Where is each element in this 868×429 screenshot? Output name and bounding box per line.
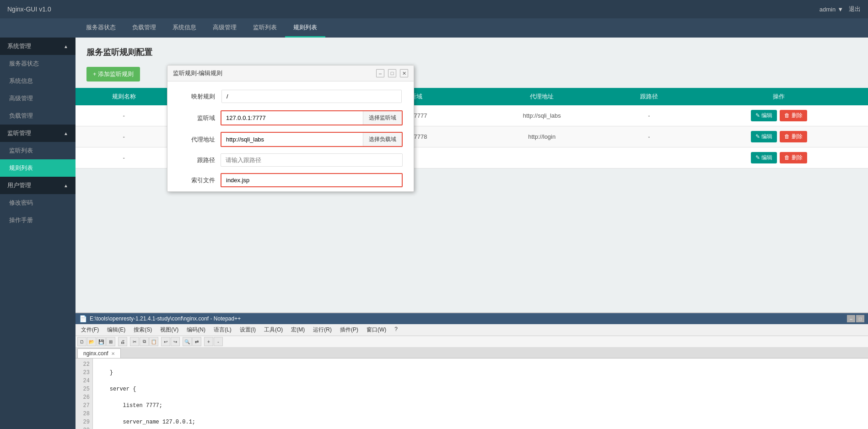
menu-edit[interactable]: 编辑(E) xyxy=(103,325,129,335)
menu-run[interactable]: 运行(R) xyxy=(309,325,335,335)
sidebar-group-user-label: 用户管理 xyxy=(7,181,31,190)
nav-item-listen-list[interactable]: 监听列表 xyxy=(245,19,285,38)
menu-search[interactable]: 搜索(S) xyxy=(130,325,156,335)
line-num: 30 xyxy=(78,426,90,429)
notepad-maximize-button[interactable]: □ xyxy=(856,315,864,322)
notepad-editor: 22 23 24 25 26 27 28 29 30 31 } server {… xyxy=(75,358,868,429)
modal-root-input[interactable] xyxy=(221,153,403,167)
col-header-root: 跟路径 xyxy=(608,88,690,105)
edit-button-2[interactable]: ✎ 编辑 xyxy=(751,152,777,163)
toolbar-zoom-out[interactable]: - xyxy=(214,337,223,346)
menu-settings[interactable]: 设置(I) xyxy=(236,325,259,335)
nav-item-load-mgmt[interactable]: 负载管理 xyxy=(124,19,164,38)
edit-rule-modal: 监听规则-编辑规则 – □ ✕ 映射规则 监听域 xyxy=(167,65,414,192)
modal-close-button[interactable]: ✕ xyxy=(400,69,408,77)
admin-dropdown[interactable]: admin ▼ xyxy=(819,6,843,13)
notepad-tabs: nginx.conf ✕ xyxy=(75,348,868,358)
sidebar-item-change-password[interactable]: 修改密码 xyxy=(0,194,75,212)
menu-plugins[interactable]: 插件(P) xyxy=(336,325,362,335)
nav-item-server-status[interactable]: 服务器状态 xyxy=(78,19,124,38)
toolbar-paste[interactable]: 📋 xyxy=(149,337,158,346)
modal-listen-label: 监听域 xyxy=(178,114,215,122)
line-numbers: 22 23 24 25 26 27 28 29 30 31 xyxy=(75,358,93,429)
sidebar-item-server-status[interactable]: 服务器状态 xyxy=(0,55,75,72)
sidebar-item-manual[interactable]: 操作手册 xyxy=(0,212,75,229)
edit-button-1[interactable]: ✎ 编辑 xyxy=(751,131,777,142)
code-content: } server { listen 7777; server_name 127.… xyxy=(93,358,868,429)
tab-close-icon[interactable]: ✕ xyxy=(111,351,115,356)
col-header-action: 操作 xyxy=(690,88,868,105)
modal-row-index: 索引文件 xyxy=(178,173,403,187)
cell-proxy: http://sqli_labs xyxy=(475,105,608,126)
notepad-tab-nginx-conf[interactable]: nginx.conf ✕ xyxy=(77,348,121,358)
toolbar-save[interactable]: 💾 xyxy=(97,337,106,346)
chevron-up-icon: ▲ xyxy=(64,44,68,49)
toolbar-saveall[interactable]: ⊞ xyxy=(106,337,115,346)
notepad-toolbar: 🗋 📂 💾 ⊞ 🖨 ✂ ⧉ 📋 ↩ ↪ 🔍 ⇄ + - xyxy=(75,336,868,348)
menu-window[interactable]: 窗口(W) xyxy=(363,325,390,335)
modal-index-label: 索引文件 xyxy=(178,176,215,185)
modal-index-input[interactable] xyxy=(221,174,402,186)
sidebar-group-user[interactable]: 用户管理 ▲ xyxy=(0,177,75,194)
notepad-minimize-button[interactable]: – xyxy=(847,315,855,322)
toolbar-undo[interactable]: ↩ xyxy=(161,337,170,346)
chevron-up-icon-2: ▲ xyxy=(64,131,68,136)
delete-button-1[interactable]: 🗑 删除 xyxy=(780,131,807,142)
modal-minimize-button[interactable]: – xyxy=(376,69,384,77)
menu-view[interactable]: 视图(V) xyxy=(156,325,182,335)
code-line-23: server { xyxy=(97,385,864,393)
sidebar-item-advanced[interactable]: 高级管理 xyxy=(0,90,75,107)
menu-macro[interactable]: 宏(M) xyxy=(287,325,308,335)
toolbar-print[interactable]: 🖨 xyxy=(118,337,127,346)
toolbar-find[interactable]: 🔍 xyxy=(183,337,192,346)
nav-item-advanced[interactable]: 高级管理 xyxy=(205,19,245,38)
delete-button-2[interactable]: 🗑 删除 xyxy=(780,152,807,163)
logout-button[interactable]: 退出 xyxy=(849,5,861,13)
cell-root: - xyxy=(608,105,690,126)
sidebar-group-system[interactable]: 系统管理 ▲ xyxy=(0,38,75,55)
menu-encode[interactable]: 编码(N) xyxy=(183,325,209,335)
menu-tools[interactable]: 工具(O) xyxy=(260,325,286,335)
nav-item-rule-list[interactable]: 规则列表 xyxy=(285,19,325,38)
cell-name: - xyxy=(75,126,172,147)
notepad-titlebar-left: 📄 E:\tools\openresty-1.21.4.1-study\conf… xyxy=(79,315,241,322)
menu-help[interactable]: ? xyxy=(391,325,401,335)
line-num: 25 xyxy=(78,385,90,393)
modal-listen-input[interactable] xyxy=(221,112,363,124)
cell-name: - xyxy=(75,105,172,126)
toolbar-replace[interactable]: ⇄ xyxy=(192,337,201,346)
sidebar: 系统管理 ▲ 服务器状态 系统信息 高级管理 负载管理 监听管理 ▲ 监听列表 … xyxy=(0,38,75,429)
toolbar-cut[interactable]: ✂ xyxy=(130,337,139,346)
toolbar-new[interactable]: 🗋 xyxy=(77,337,86,346)
modal-listen-select-button[interactable]: 选择监听域 xyxy=(363,111,402,125)
line-num: 27 xyxy=(78,402,90,410)
toolbar-copy[interactable]: ⧉ xyxy=(140,337,149,346)
admin-label: admin xyxy=(819,6,836,13)
toolbar-zoom-in[interactable]: + xyxy=(204,337,213,346)
menu-language[interactable]: 语言(L) xyxy=(210,325,235,335)
col-header-name: 规则名称 xyxy=(75,88,172,105)
line-num: 26 xyxy=(78,393,90,402)
add-rule-button[interactable]: + 添加监听规则 xyxy=(86,67,140,81)
modal-mapping-input[interactable] xyxy=(221,90,402,103)
modal-maximize-button[interactable]: □ xyxy=(388,69,396,77)
delete-button-0[interactable]: 🗑 删除 xyxy=(780,110,807,121)
nav-item-sys-info[interactable]: 系统信息 xyxy=(164,19,205,38)
sidebar-item-load-mgmt[interactable]: 负载管理 xyxy=(0,107,75,125)
cell-proxy xyxy=(475,147,608,168)
menu-file[interactable]: 文件(F) xyxy=(77,325,102,335)
modal-proxy-select-button[interactable]: 选择负载域 xyxy=(363,133,402,146)
modal-proxy-input[interactable] xyxy=(221,133,363,146)
notepad-icon: 📄 xyxy=(79,315,87,322)
edit-button-0[interactable]: ✎ 编辑 xyxy=(751,110,777,121)
line-num: 29 xyxy=(78,418,90,426)
sidebar-group-monitor[interactable]: 监听管理 ▲ xyxy=(0,125,75,142)
modal-root-label: 跟路径 xyxy=(178,156,215,164)
sidebar-item-listen-list[interactable]: 监听列表 xyxy=(0,142,75,159)
line-num: 28 xyxy=(78,410,90,418)
cell-proxy: http://login xyxy=(475,126,608,147)
toolbar-redo[interactable]: ↪ xyxy=(171,337,180,346)
toolbar-open[interactable]: 📂 xyxy=(87,337,96,346)
sidebar-item-sys-info[interactable]: 系统信息 xyxy=(0,72,75,90)
sidebar-item-rule-list[interactable]: 规则列表 xyxy=(0,159,75,177)
